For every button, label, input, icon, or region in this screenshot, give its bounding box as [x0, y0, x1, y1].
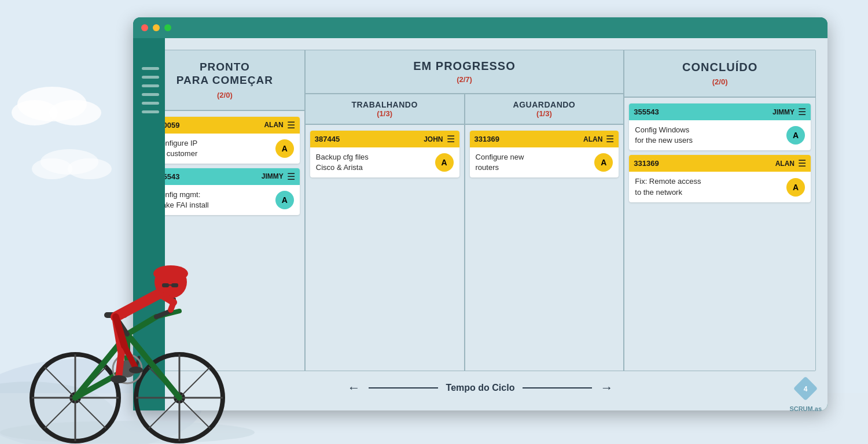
svg-line-27 — [127, 317, 156, 334]
svg-text:4: 4 — [804, 385, 808, 393]
card-331369-concluido-id: 331369 — [634, 159, 659, 168]
svg-line-37 — [116, 294, 159, 317]
card-331369-concluido[interactable]: 331369 ALAN ☰ Fix: Remote access to the … — [629, 155, 811, 202]
card-355543-concluido-assignee: JIMMY — [773, 108, 795, 116]
column-concluido: CONCLUÍDO (2/0) 355543 JIMMY ☰ Config — [624, 50, 815, 371]
card-331369-concluido-body: Fix: Remote access to the network A — [629, 172, 811, 202]
cycle-time-line-left — [369, 387, 438, 388]
column-em-progresso-count: (2/7) — [312, 75, 617, 84]
card-355543-concluido-body: Config Windows for the new users A — [629, 120, 811, 150]
card-387445-avatar: A — [435, 153, 454, 172]
column-trabalhando: TRABALHANDO (1/3) 387445 JOHN ☰ — [306, 94, 465, 371]
card-331369-concluido-menu-icon[interactable]: ☰ — [798, 158, 806, 169]
em-progresso-sub-columns: TRABALHANDO (1/3) 387445 JOHN ☰ — [306, 94, 624, 371]
bicycle-illustration — [0, 86, 255, 444]
card-387445[interactable]: 387445 JOHN ☰ Backup cfg files Cisco & A… — [310, 131, 459, 177]
column-em-progresso-header: EM PROGRESSO (2/7) — [306, 50, 624, 94]
card-330059-menu-icon[interactable]: ☰ — [287, 120, 295, 131]
column-trabalhando-header: TRABALHANDO (1/3) — [306, 94, 464, 125]
column-aguardando-body: 331369 ALAN ☰ Configure new routers — [465, 125, 624, 371]
card-331369-aguardando-text: Configure new routers — [476, 152, 524, 173]
card-355543-pronto-assignee: JIMMY — [262, 172, 284, 180]
svg-rect-41 — [171, 283, 178, 287]
column-trabalhando-title: TRABALHANDO — [310, 100, 459, 109]
card-330059-assignee: ALAN — [264, 121, 283, 129]
column-aguardando-count: (1/3) — [470, 109, 619, 118]
column-trabalhando-body: 387445 JOHN ☰ Backup cfg files Cisco & A… — [306, 125, 464, 371]
svg-point-50 — [129, 367, 143, 373]
cycle-time-right-arrow: → — [600, 380, 613, 395]
card-355543-concluido-id: 355543 — [634, 108, 659, 116]
card-331369-aguardando-menu-icon[interactable]: ☰ — [606, 134, 614, 145]
column-em-progresso: EM PROGRESSO (2/7) TRABALHANDO (1/3) — [306, 50, 625, 371]
cycle-time-left-arrow: ← — [348, 380, 361, 395]
traffic-light-red[interactable] — [141, 24, 148, 31]
card-331369-aguardando-avatar: A — [594, 153, 613, 172]
card-331369-aguardando-body: Configure new routers A — [470, 147, 619, 177]
card-355543-pronto-avatar: A — [275, 191, 294, 209]
card-331369-concluido-header: 331369 ALAN ☰ — [629, 155, 811, 172]
card-387445-id: 387445 — [315, 135, 340, 143]
cycle-time-line-right — [523, 387, 592, 388]
column-aguardando-header: AGUARDANDO (1/3) — [465, 94, 624, 125]
browser-titlebar — [133, 17, 827, 38]
column-concluido-count: (2/0) — [631, 77, 808, 86]
column-concluido-header: CONCLUÍDO (2/0) — [624, 50, 815, 98]
cycle-time-label: Tempo do Ciclo — [446, 383, 515, 393]
card-331369-aguardando-id: 331369 — [475, 135, 499, 143]
traffic-light-green[interactable] — [164, 24, 171, 31]
card-331369-aguardando-header: 331369 ALAN ☰ — [470, 131, 619, 147]
card-387445-menu-icon[interactable]: ☰ — [447, 134, 455, 145]
scrum-diamond-icon: 4 — [791, 374, 820, 403]
scrum-logo: 4 SCRUM.as — [789, 374, 822, 412]
card-355543-concluido-avatar: A — [786, 126, 805, 145]
card-330059-avatar: A — [275, 139, 294, 158]
card-355543-pronto-menu-icon[interactable]: ☰ — [287, 171, 295, 182]
scrum-label: SCRUM.as — [789, 405, 822, 412]
column-aguardando: AGUARDANDO (1/3) 331369 ALAN ☰ — [465, 94, 624, 371]
card-355543-concluido-menu-icon[interactable]: ☰ — [798, 106, 806, 117]
card-331369-aguardando-assignee: ALAN — [583, 135, 602, 143]
column-aguardando-title: AGUARDANDO — [470, 100, 619, 109]
card-387445-assignee: JOHN — [424, 135, 443, 143]
card-387445-body: Backup cfg files Cisco & Arista A — [310, 147, 459, 177]
svg-line-46 — [119, 352, 122, 378]
column-concluido-body: 355543 JIMMY ☰ Config Windows for the ne… — [624, 98, 815, 371]
card-387445-header: 387445 JOHN ☰ — [310, 131, 459, 147]
svg-point-39 — [153, 265, 188, 282]
svg-point-49 — [111, 375, 127, 383]
card-355543-concluido[interactable]: 355543 JIMMY ☰ Config Windows for the ne… — [629, 103, 811, 150]
column-pronto-title: PRONTO PARA COMEÇAR — [152, 61, 297, 87]
svg-line-44 — [171, 302, 174, 310]
card-355543-concluido-text: Config Windows for the new users — [635, 125, 693, 146]
card-331369-concluido-avatar: A — [786, 178, 805, 197]
svg-rect-40 — [162, 283, 169, 287]
stripe-2 — [142, 76, 159, 79]
card-387445-text: Backup cfg files Cisco & Arista — [316, 152, 369, 173]
card-355543-concluido-header: 355543 JIMMY ☰ — [629, 103, 811, 120]
card-331369-aguardando[interactable]: 331369 ALAN ☰ Configure new routers — [470, 131, 619, 177]
card-331369-concluido-assignee: ALAN — [775, 160, 795, 168]
column-em-progresso-title: EM PROGRESSO — [312, 60, 617, 73]
column-trabalhando-count: (1/3) — [310, 109, 459, 118]
stripe-1 — [142, 67, 159, 70]
card-331369-concluido-text: Fix: Remote access to the network — [635, 176, 701, 197]
column-concluido-title: CONCLUÍDO — [631, 61, 808, 74]
traffic-light-yellow[interactable] — [153, 24, 160, 31]
